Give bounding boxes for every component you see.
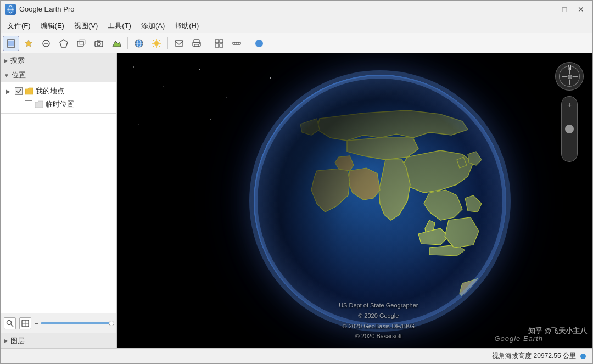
polygon-button[interactable] [55,36,72,51]
svg-point-40 [255,40,263,47]
sep-3 [208,37,208,49]
camera-button[interactable] [91,36,107,51]
svg-rect-9 [77,41,83,46]
path-button[interactable] [38,36,54,51]
search-arrow: ▶ [4,58,8,64]
menu-file[interactable]: 文件(F) [3,19,35,32]
sphere-button[interactable] [251,36,267,51]
panel-spacer [1,114,116,313]
menu-bar: 文件(F) 编辑(E) 视图(V) 工具(T) 添加(A) 帮助(H) [1,18,592,33]
email-button[interactable] [171,36,187,51]
svg-marker-5 [25,40,32,47]
places-label: 位置 [12,70,26,80]
svg-point-31 [199,43,200,44]
temp-places-item[interactable]: 临时位置 [1,98,116,111]
svg-point-49 [199,69,200,70]
places-arrow: ▼ [4,72,9,79]
zoom-minus-icon: – [567,149,572,157]
overlay-button[interactable] [73,36,89,51]
svg-rect-34 [215,44,219,47]
app-window: Google Earth Pro — □ ✕ 文件(F) 编辑(E) 视图(V)… [0,0,593,364]
svg-point-63 [210,119,211,120]
credit-line-1: US Dept of State Geographer [339,300,418,311]
sep-1 [127,37,128,49]
zoom-plus-icon: + [567,101,572,109]
compass-n-label: N [567,65,571,71]
continent-overlay [254,75,506,327]
nav-controls: N + – [555,62,584,162]
my-places-checkbox[interactable] [15,87,23,95]
zoom-slider[interactable] [41,322,113,324]
svg-rect-32 [215,40,219,43]
globe-view[interactable]: N + – [117,53,592,348]
temp-places-checkbox[interactable] [25,100,32,108]
maximize-button[interactable]: □ [557,4,572,15]
svg-point-48 [163,86,164,86]
layers-arrow: ▶ [4,338,8,344]
window-title: Google Earth Pro [19,5,541,13]
temp-places-label: 临时位置 [46,99,74,109]
menu-view[interactable]: 视图(V) [70,19,102,32]
search-label: 搜索 [10,55,25,65]
window-controls: — □ ✕ [541,4,588,15]
credit-line-4: © 2020 Basarsoft [339,331,418,341]
menu-tools[interactable]: 工具(T) [103,19,136,32]
svg-line-42 [11,324,13,327]
left-bottom-bar: – [1,313,116,333]
search-section: ▶ 搜索 [1,53,116,68]
status-bar: 视角海拔高度 20972.55 公里 [1,348,592,363]
credits-overlay: US Dept of State Geographer © 2020 Googl… [339,300,418,341]
places-header[interactable]: ▼ 位置 [1,68,116,82]
my-places-item[interactable]: ▶ 我的地点 [1,85,116,98]
close-button[interactable]: ✕ [574,4,588,15]
zoom-handle[interactable] [565,125,574,133]
search-header[interactable]: ▶ 搜索 [1,53,116,68]
svg-line-26 [153,46,154,47]
layers-section[interactable]: ▶ 图层 [1,333,116,348]
location-button[interactable] [19,317,31,329]
menu-edit[interactable]: 编辑(E) [36,19,69,32]
globe [254,75,506,327]
ruler-button[interactable] [228,36,245,51]
zoom-slider-thumb [109,321,114,326]
placemark-button[interactable] [20,36,37,51]
zoom-slider-container: – [35,320,113,327]
zhihu-watermark: 知乎 @飞天小主八 [528,326,587,336]
status-indicator [580,354,586,359]
print-button[interactable] [188,36,205,51]
my-places-label: 我的地点 [36,86,64,96]
new-button[interactable] [3,36,19,51]
grid-button[interactable] [211,36,227,51]
svg-point-18 [154,41,159,46]
title-bar: Google Earth Pro — □ ✕ [1,1,592,18]
zoom-control[interactable]: + – [561,96,578,162]
layers-label: 图层 [10,336,25,346]
left-panel: ▶ 搜索 ▼ 位置 ▶ [1,53,117,348]
svg-rect-30 [194,44,199,47]
compass[interactable]: N [555,62,584,91]
temp-places-folder-icon [35,100,43,109]
sun-button[interactable] [148,36,165,51]
search-magnifier-button[interactable] [4,317,16,329]
my-places-expand: ▶ [6,88,13,94]
menu-add[interactable]: 添加(A) [137,19,169,32]
zoom-minus-icon: – [35,320,38,327]
menu-help[interactable]: 帮助(H) [170,19,203,32]
main-area: ▶ 搜索 ▼ 位置 ▶ [1,53,592,348]
places-content: ▶ 我的地点 [1,82,116,113]
svg-marker-8 [60,40,68,47]
svg-point-104 [568,75,572,79]
svg-line-23 [153,40,154,41]
svg-rect-33 [220,40,223,43]
altitude-text: 视角海拔高度 20972.55 公里 [492,351,576,361]
toolbar [1,33,592,53]
earth-button[interactable] [131,36,147,51]
svg-point-41 [7,320,12,324]
svg-point-12 [97,42,100,46]
svg-line-24 [159,46,160,47]
svg-rect-35 [220,44,223,47]
minimize-button[interactable]: — [541,4,555,15]
terrain-button[interactable] [108,36,125,51]
globe-container [254,75,506,327]
credit-line-3: © 2020 GeoBasis-DE/BKG [339,321,418,332]
